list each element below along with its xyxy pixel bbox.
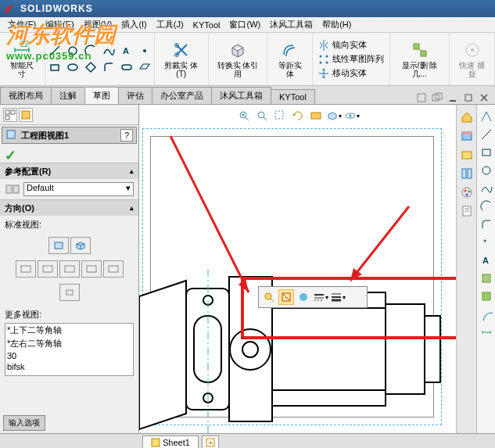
section-icon[interactable] [308,108,324,124]
menu-tools[interactable]: 工具(J) [152,17,188,32]
view-1[interactable] [16,260,36,278]
convert-label: 转换实 体引用 [217,61,260,78]
offset-entities-button[interactable]: 等距实 体 [271,39,309,80]
list-item[interactable]: *左右二等角轴 [5,337,133,350]
circle-tool[interactable] [64,43,81,59]
menu-edit[interactable]: 编辑(E) [41,17,79,32]
menu-window[interactable]: 窗口(W) [224,17,265,32]
spline-tool[interactable] [100,43,117,59]
close-icon[interactable] [478,91,490,104]
fillet-tool[interactable] [100,59,117,75]
list-item[interactable]: *上下二等角轴 [5,324,133,337]
text-sk-icon[interactable]: A [479,253,493,267]
zoom-fit-icon[interactable] [254,108,270,124]
feature-tree-icon[interactable] [3,108,17,122]
show-delete-button[interactable]: 显示/删 除几... [393,39,447,80]
trim-sk-icon[interactable] [479,271,493,285]
ctx-line-style[interactable]: ▾ [313,289,328,305]
menu-file[interactable]: 文件(F) [3,17,41,32]
circle-icon[interactable] [479,163,493,177]
smart-dimension-button[interactable]: 12 智能尺 寸 [3,39,41,80]
zoom-area-icon[interactable] [272,108,288,124]
linear-pattern-button[interactable]: 线性草图阵列 [316,52,386,66]
offset-sk-icon[interactable] [479,307,493,321]
tab-layout[interactable]: 视图布局 [0,87,52,104]
home-icon[interactable] [459,109,475,125]
add-sheet-button[interactable]: + [202,435,219,449]
ellipse-tool[interactable] [64,59,81,75]
library-icon[interactable] [459,128,475,144]
ctx-hide-show[interactable] [278,289,294,305]
tab-sketch[interactable]: 草图 [84,87,119,104]
plane-tool[interactable] [136,59,153,75]
doc2-icon[interactable] [431,91,443,104]
menu-view[interactable]: 视图(V) [79,17,117,32]
tab-annotation[interactable]: 注解 [51,87,85,104]
text-tool[interactable]: A [118,43,135,59]
ctx-zoom-selection[interactable] [261,289,277,305]
config-select[interactable]: Default▾ [23,182,134,196]
menu-kytool[interactable]: KYTool [188,19,225,31]
help-button[interactable]: ? [120,129,133,142]
display-style-icon[interactable]: ▾ [326,108,342,124]
ok-check-icon[interactable]: ✓ [5,148,16,163]
line-icon[interactable] [479,127,493,142]
tab-kytool[interactable]: KYTool [271,89,315,104]
rect-tool[interactable] [46,59,63,75]
dim-sk-icon[interactable] [479,325,493,339]
restore-icon[interactable] [462,91,475,104]
convert-sk-icon[interactable] [479,289,493,303]
rect-icon[interactable] [479,145,493,159]
explorer-icon[interactable] [459,147,475,163]
line-tool[interactable] [46,43,63,59]
direction-header[interactable]: 方向(O) ▴ [0,200,138,216]
view-2[interactable] [38,260,58,278]
graphics-canvas[interactable]: ▾ ▾ [139,105,456,433]
list-item[interactable]: bifsk [5,361,133,372]
slot-tool[interactable] [118,59,135,75]
config-header[interactable]: 参考配置(R) ▴ [0,163,138,179]
point-tool[interactable] [136,43,153,59]
view-4[interactable] [81,260,102,278]
sheet-tab[interactable]: Sheet1 [142,435,199,449]
minimize-icon[interactable] [447,91,459,104]
view-5[interactable] [103,260,124,278]
svg-rect-95 [482,292,490,300]
arc-icon[interactable] [479,199,493,213]
property-mgr-icon[interactable] [19,108,33,122]
move-entities-button[interactable]: 移动实体 [316,66,368,81]
view-single[interactable] [59,284,80,301]
rotate-icon[interactable] [290,108,306,124]
view-front[interactable] [48,237,69,254]
tab-mufeng[interactable]: 沐风工具箱 [211,87,271,104]
palette-icon[interactable] [459,166,475,181]
smart-dimension-label: 智能尺 寸 [8,61,37,78]
zoom-in-icon[interactable] [236,108,252,124]
menu-insert[interactable]: 插入(I) [117,17,151,32]
point-icon[interactable]: * [479,235,493,249]
list-item[interactable]: 30 [5,350,133,361]
appearance-icon[interactable] [459,185,475,200]
menu-help[interactable]: 帮助(H) [317,17,356,32]
mirror-entities-button[interactable]: 镜向实体 [316,38,368,52]
properties-icon[interactable] [459,203,475,219]
panel-bottom-tab[interactable]: 输入选项 [3,415,45,431]
arc-tool[interactable] [82,43,99,59]
spline-icon[interactable] [479,181,493,195]
quick-snap-button[interactable]: 快速 捕捉 [453,39,491,80]
polygon-tool[interactable] [82,59,99,75]
view-iso[interactable] [70,237,91,254]
doc-icon[interactable] [415,91,428,104]
tab-evaluate[interactable]: 评估 [118,87,152,104]
tab-office[interactable]: 办公室产品 [152,87,212,104]
view-3[interactable] [59,260,80,278]
trim-entities-button[interactable]: 剪裁实 体(T) [158,39,205,80]
ctx-appearance[interactable] [296,289,311,305]
convert-entities-button[interactable]: 转换实 体引用 [212,39,264,80]
fillet-sk-icon[interactable] [479,217,493,231]
exit-sketch-icon[interactable] [479,109,493,124]
ctx-line-weight[interactable]: ▾ [330,289,346,305]
more-views-list[interactable]: *上下二等角轴 *左右二等角轴 30 bifsk [5,323,134,376]
menu-mufeng[interactable]: 沐风工具箱 [265,17,317,32]
hide-show-icon[interactable]: ▾ [344,108,360,124]
